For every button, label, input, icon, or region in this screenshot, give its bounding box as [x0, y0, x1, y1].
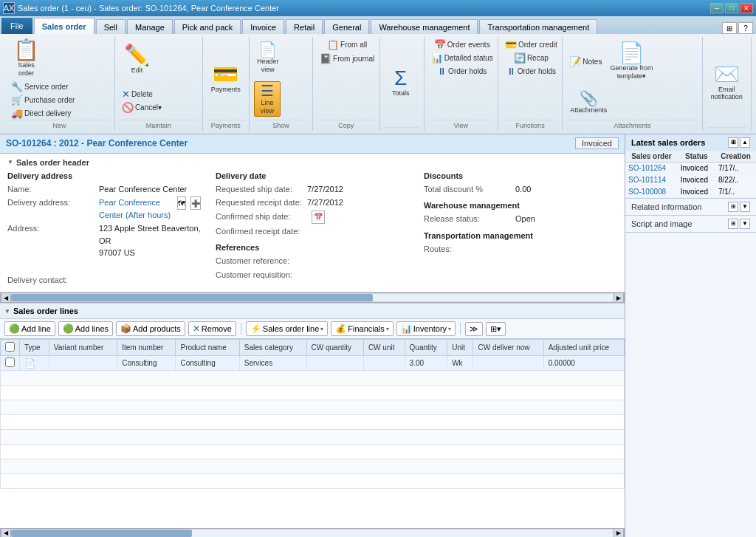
- notes-button[interactable]: 📝 Notes: [567, 55, 604, 68]
- recap-button[interactable]: 🔄 Recap: [512, 52, 551, 64]
- sales-order-button[interactable]: 📋 Salesorder: [9, 38, 44, 79]
- tab-retail[interactable]: Retail: [286, 19, 323, 34]
- add-lines-button[interactable]: 🟢 Add lines: [58, 321, 113, 336]
- tab-transport[interactable]: Transportation management: [479, 19, 597, 34]
- related-ctrl-grid[interactable]: ⊞: [728, 202, 738, 212]
- header-view-button[interactable]: 📄 Headerview: [254, 41, 282, 75]
- sales-order-line-button[interactable]: ⚡ Sales order line: [246, 321, 328, 336]
- row-unit-cell[interactable]: Wk: [447, 356, 473, 371]
- show-buttons: 📄 Headerview ☰ Lineview: [254, 38, 308, 120]
- detailed-status-button[interactable]: 📊 Detailed status: [429, 52, 495, 64]
- main-area: SO-101264 : 2012 - Pear Conference Cente…: [0, 134, 756, 537]
- tab-invoice[interactable]: Invoice: [242, 19, 284, 34]
- scroll-right-btn[interactable]: ▶: [614, 293, 624, 303]
- delivery-date-title: Delivery date: [216, 171, 409, 180]
- requested-ship-value: 7/27/2012: [307, 183, 343, 196]
- lines-scroll-right[interactable]: ▶: [614, 528, 624, 537]
- payments-icon: 💳: [213, 64, 238, 85]
- lines-scroll-thumb[interactable]: [11, 530, 192, 537]
- order-events-button[interactable]: 📅 Order events: [432, 38, 492, 51]
- add-line-button[interactable]: 🟢 Add line: [4, 321, 55, 336]
- payments-button[interactable]: 💳 Payments: [207, 63, 244, 95]
- totals-button[interactable]: Σ Totals: [385, 66, 417, 99]
- order-num-1[interactable]: SO-101264: [625, 162, 678, 174]
- script-image-header[interactable]: Script and image ⊞ ▼: [625, 216, 756, 232]
- delete-button[interactable]: ✕ Delete: [120, 88, 164, 100]
- generate-template-button[interactable]: 📄 Generate fromtemplate▾: [605, 41, 657, 82]
- calendar-icon[interactable]: 📅: [312, 211, 325, 224]
- add-products-button[interactable]: 📦 Add products: [116, 321, 185, 336]
- purchase-order-button[interactable]: 🛒 Purchase order: [9, 94, 77, 106]
- edit-button[interactable]: ✏️ Edit: [120, 44, 154, 76]
- script-ctrl-expand[interactable]: ▼: [740, 219, 750, 229]
- sidebar-ctrl-grid[interactable]: ⊞: [728, 137, 738, 148]
- service-order-button[interactable]: 🔧 Service order: [9, 81, 77, 93]
- tab-file[interactable]: File: [1, 18, 32, 34]
- h-scrollbar[interactable]: ◀ ▶: [0, 293, 625, 303]
- remove-button[interactable]: ✕ Remove: [188, 321, 236, 336]
- line-view-button[interactable]: ☰ Lineview: [254, 81, 281, 117]
- script-ctrl-grid[interactable]: ⊞: [728, 219, 738, 229]
- address-icon-btn1[interactable]: 🗺: [177, 196, 186, 210]
- select-all-checkbox[interactable]: [5, 342, 15, 352]
- attachments-buttons: 📝 Notes 📄 Generate fromtemplate▾ 📎 Attac…: [567, 38, 697, 120]
- latest-orders-table: Sales order Status Creation SO-101264 In…: [625, 151, 756, 198]
- delivery-date-col: Delivery date Requested ship date: 7/27/…: [216, 171, 409, 288]
- tab-general[interactable]: General: [324, 19, 369, 34]
- minimize-button[interactable]: ─: [710, 3, 724, 13]
- view-group-label: View: [429, 120, 493, 129]
- address-icon-btn2[interactable]: ➕: [190, 196, 201, 210]
- email-group-label: [707, 127, 746, 129]
- col-unit: Unit: [447, 340, 473, 356]
- lines-h-scrollbar[interactable]: ◀ ▶: [0, 528, 625, 537]
- row-sales-category-cell[interactable]: Services: [239, 356, 306, 371]
- h-scroll-thumb[interactable]: [11, 294, 373, 301]
- tab-manage[interactable]: Manage: [127, 19, 173, 34]
- more-button[interactable]: ≫: [465, 322, 483, 336]
- latest-order-row-2: SO-101114 Invoiced 8/22/..: [625, 174, 756, 185]
- row-item-number-cell[interactable]: Consulting: [117, 356, 176, 371]
- lines-scroll-left[interactable]: ◀: [1, 528, 11, 537]
- maintain-buttons: ✏️ Edit ✕ Delete 🚫 Cancel▾: [120, 38, 198, 120]
- empty-row-7: [1, 459, 625, 474]
- cancel-button[interactable]: 🚫 Cancel▾: [120, 101, 164, 114]
- order-credit-button[interactable]: 💳 Order credit: [503, 38, 560, 51]
- row-cw-deliver-cell: [473, 356, 543, 371]
- view-buttons: 📅 Order events 📊 Detailed status ⏸ Order…: [429, 38, 493, 120]
- ribbon: File Sales order Sell Manage Pick and pa…: [0, 16, 756, 134]
- from-all-button[interactable]: 📋 From all: [325, 38, 369, 51]
- order-holds2-button[interactable]: ⏸ Order holds: [504, 65, 558, 78]
- col-type: Type: [20, 340, 49, 356]
- empty-row-1: [1, 371, 625, 386]
- add-products-icon: 📦: [120, 324, 131, 334]
- latest-orders-header[interactable]: Latest sales orders ⊞ ▲: [625, 134, 756, 151]
- help-button[interactable]: ?: [738, 22, 753, 34]
- financials-button[interactable]: 💰 Financials: [331, 321, 394, 336]
- related-info-header[interactable]: Related information ⊞ ▼: [625, 199, 756, 215]
- functions-buttons: 💳 Order credit 🔄 Recap ⏸ Order holds: [503, 38, 557, 120]
- attachments-group-label: Attachments: [567, 120, 697, 129]
- order-num-3[interactable]: SO-100008: [625, 185, 678, 197]
- order-holds-button[interactable]: ⏸ Order holds: [435, 65, 489, 78]
- tab-pick-and-pack[interactable]: Pick and pack: [174, 19, 241, 34]
- row-checkbox[interactable]: [5, 358, 15, 367]
- delivery-address-link[interactable]: Pear Conference Center (After hours): [99, 196, 173, 221]
- email-notification-button[interactable]: ✉️ Emailnotification: [707, 63, 746, 103]
- maximize-button[interactable]: □: [725, 3, 738, 13]
- order-num-2[interactable]: SO-101114: [625, 174, 678, 185]
- direct-delivery-button[interactable]: 🚚 Direct delivery: [9, 107, 77, 120]
- tab-sales-order[interactable]: Sales order: [34, 18, 94, 34]
- attachments-button[interactable]: 📎 Attachments: [567, 89, 610, 116]
- scroll-left-btn[interactable]: ◀: [1, 293, 11, 303]
- from-journal-button[interactable]: 📓 From journal: [317, 52, 377, 65]
- inventory-button[interactable]: 📊 Inventory: [396, 321, 456, 336]
- related-ctrl-expand[interactable]: ▼: [740, 202, 750, 212]
- grid-settings-button[interactable]: ⊞▾: [486, 322, 506, 336]
- table-row: 📄 Consulting Consulting Services 3.00 Wk: [1, 356, 625, 371]
- close-window-button[interactable]: ✕: [740, 3, 753, 13]
- layout-button[interactable]: ⊞: [722, 22, 737, 34]
- empty-row-6: [1, 445, 625, 459]
- tab-sell[interactable]: Sell: [96, 19, 126, 34]
- tab-warehouse[interactable]: Warehouse management: [371, 19, 478, 34]
- sidebar-ctrl-collapse[interactable]: ▲: [740, 137, 750, 148]
